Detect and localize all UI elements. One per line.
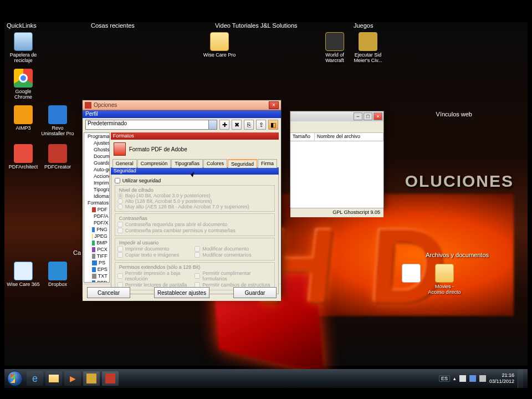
tree-documento[interactable]: Documento	[84, 153, 109, 160]
tree-pdfa[interactable]: PDF/A	[84, 213, 109, 219]
da-modc-check[interactable]: Modificar comentarios	[195, 252, 272, 258]
show-hidden-icon[interactable]: ▴	[453, 376, 456, 381]
icon-wisecarepro[interactable]: Wise Care Pro	[203, 32, 236, 58]
ex-lowprint-check[interactable]: Permitir impresión a baja resolución	[117, 270, 195, 282]
tree-programa[interactable]: Programa	[84, 133, 109, 140]
maximize-button[interactable]: □	[364, 112, 372, 120]
tab-security[interactable]: Seguridad	[228, 159, 257, 168]
pw-open-check[interactable]: Contraseña requerida para abrir el docum…	[117, 222, 272, 227]
tree-txt[interactable]: TXT	[84, 273, 109, 279]
tree-tipografias[interactable]: Tipografías	[84, 186, 109, 193]
checkbox[interactable]	[117, 222, 123, 227]
icon-aimp[interactable]: AIMP3	[7, 105, 40, 131]
da-copy-check[interactable]: Copiar texto e imágenes	[117, 252, 195, 258]
volume-icon[interactable]	[479, 375, 486, 382]
clock[interactable]: 21:16 03/11/2012	[489, 372, 514, 385]
col-name[interactable]: Nombre del archivo	[315, 133, 383, 141]
enc-high-radio[interactable]: Alto (128 Bit, Acrobat 5.0 y posteriores…	[117, 198, 272, 204]
icon-chrome[interactable]: Google Chrome	[7, 69, 40, 100]
export-profile-button[interactable]: ⇪	[256, 120, 266, 130]
start-button[interactable]	[4, 369, 25, 388]
flag-icon[interactable]	[459, 375, 466, 382]
checkbox[interactable]	[117, 246, 123, 252]
tree-pcx[interactable]: PCX	[84, 246, 109, 253]
dialog-titlebar[interactable]: Opciones ×	[83, 100, 281, 110]
icon-pdfarchitect[interactable]: PDFArchitect	[7, 144, 40, 170]
close-button[interactable]: ×	[269, 101, 279, 109]
language-indicator[interactable]: ES	[439, 375, 450, 382]
tree-ps[interactable]: PS	[84, 259, 109, 266]
checkbox[interactable]	[195, 252, 200, 258]
icon-wise365[interactable]: Wise Care 365	[7, 262, 40, 287]
cancel-button[interactable]: Cancelar	[87, 287, 130, 298]
radio[interactable]	[117, 193, 123, 198]
icon-revo[interactable]: Revo Uninstaller Pro	[41, 105, 74, 136]
tree-idiomas[interactable]: Idiomas	[84, 193, 109, 200]
icon-movies[interactable]: Movies - Acceso directo	[428, 264, 461, 295]
profile-select[interactable]: Predeterminado	[85, 120, 217, 130]
icon-pdfcreator[interactable]: PDFCreator	[41, 144, 74, 170]
taskbar-explorer[interactable]	[45, 371, 62, 386]
bgwin-titlebar[interactable]: – □ ×	[290, 111, 383, 121]
reset-button[interactable]: Restablecer ajustes	[154, 287, 209, 298]
tree-imprimir[interactable]: Imprimir	[84, 180, 109, 186]
add-profile-button[interactable]: ✚	[219, 120, 229, 130]
enc-low-radio[interactable]: Bajo (40 Bit, Acrobat 3.0 y posteriores)	[117, 193, 272, 198]
radio[interactable]	[117, 204, 123, 209]
minimize-button[interactable]: –	[354, 112, 362, 120]
checkbox[interactable]	[115, 178, 120, 183]
use-security-check[interactable]: Utilizar seguridad	[115, 178, 275, 183]
desktop[interactable]: OLUCIONES H D QuickLinks Cosas recientes…	[4, 22, 528, 366]
tree-pdfx[interactable]: PDF/X	[84, 219, 109, 226]
checkbox[interactable]	[195, 273, 200, 279]
tree-guardar[interactable]: Guardar	[84, 160, 109, 166]
tab-signature[interactable]: Firma	[258, 159, 277, 168]
tree-png[interactable]: PNG	[84, 226, 109, 233]
taskbar-app-2[interactable]	[102, 371, 119, 386]
taskbar[interactable]: e ▶ ES ▴ 21:16 03/11/2012	[4, 369, 528, 388]
tree-eps[interactable]: EPS	[84, 266, 109, 273]
system-tray[interactable]: ES ▴ 21:16 03/11/2012	[434, 369, 528, 388]
tree-ghost[interactable]: Ghostscript	[84, 146, 109, 153]
tab-fonts[interactable]: Tipografías	[171, 159, 203, 168]
icon-wow[interactable]: World of Warcraft	[318, 32, 351, 63]
close-button[interactable]: ×	[374, 112, 382, 120]
checkbox[interactable]	[195, 246, 200, 252]
tree-auto[interactable]: Auto-guardado	[84, 166, 109, 173]
col-size[interactable]: Tamaño	[290, 133, 315, 141]
icon-recycle-bin[interactable]: Papelera de reciclaje	[7, 32, 40, 63]
checkbox[interactable]	[117, 228, 123, 233]
tree-jpeg[interactable]: JPEG	[84, 233, 109, 239]
default-profile-button[interactable]: ◧	[268, 120, 278, 130]
save-button[interactable]: Guardar	[233, 287, 277, 298]
tree-bmp[interactable]: BMP	[84, 239, 109, 246]
checkbox[interactable]	[117, 273, 123, 279]
tree-tiff[interactable]: TIFF	[84, 253, 109, 259]
da-modd-check[interactable]: Modificar documento	[195, 246, 272, 252]
pw-perm-check[interactable]: Contraseña para cambiar permisos y contr…	[117, 228, 272, 233]
checkbox[interactable]	[117, 252, 123, 258]
enc-aes-radio[interactable]: Muy alto (AES 128 Bit - Adobe Acrobat 7.…	[117, 204, 272, 209]
tab-compression[interactable]: Compresión	[137, 159, 171, 168]
da-print-check[interactable]: Imprimir documento	[117, 246, 195, 252]
ex-form-check[interactable]: Permitir cumplimentar formularios	[195, 270, 272, 282]
tree-ajustes[interactable]: Ajustes generales	[84, 140, 109, 146]
tree-psd[interactable]: PSD	[84, 279, 109, 283]
network-icon[interactable]	[469, 375, 476, 382]
tree-formatos[interactable]: Formatos	[84, 200, 109, 206]
copy-profile-button[interactable]: ⎘	[244, 120, 254, 130]
tab-general[interactable]: General	[112, 159, 137, 168]
tab-colors[interactable]: Colores	[203, 159, 227, 168]
icon-civ[interactable]: Ejecutar Sid Meier's Civ...	[351, 32, 385, 63]
icon-doc[interactable]	[395, 264, 428, 284]
pdfcreator-queue-window[interactable]: – □ × Tamaño Nombre del archivo GPL Ghos…	[290, 111, 384, 208]
tree-acciones[interactable]: Acciones	[84, 173, 109, 180]
show-desktop-button[interactable]	[518, 369, 523, 388]
taskbar-media[interactable]: ▶	[64, 371, 81, 386]
taskbar-ie[interactable]: e	[27, 371, 43, 386]
options-dialog[interactable]: Opciones × Perfil Predeterminado ✚ ✖ ⎘ ⇪…	[82, 100, 282, 296]
radio[interactable]	[117, 198, 123, 204]
remove-profile-button[interactable]: ✖	[232, 120, 242, 130]
taskbar-app-1[interactable]	[83, 371, 100, 386]
settings-tree[interactable]: Programa Ajustes generales Ghostscript D…	[84, 132, 110, 283]
